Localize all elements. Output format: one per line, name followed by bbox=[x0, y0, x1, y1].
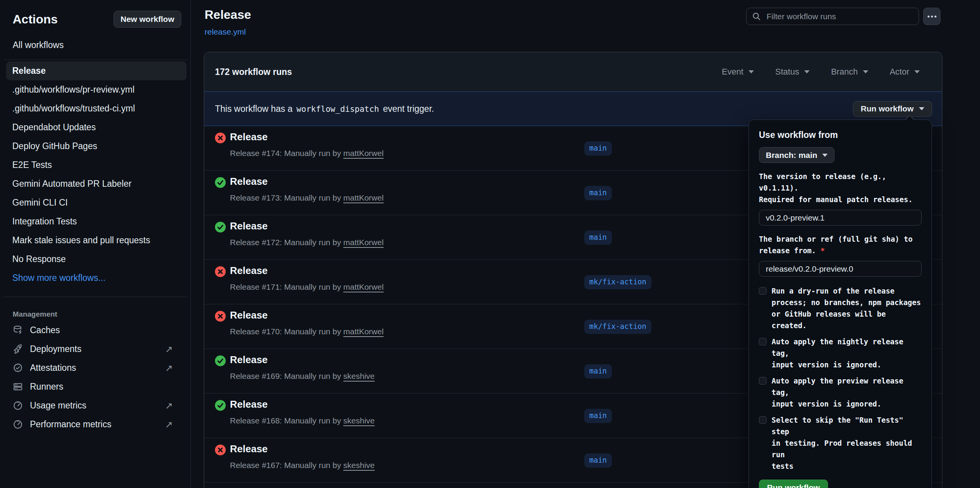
run-workflow-submit-button[interactable]: Run workflow bbox=[759, 480, 828, 488]
branch-badge[interactable]: main bbox=[584, 364, 612, 378]
filter-label: Actor bbox=[890, 67, 909, 77]
checkbox[interactable] bbox=[759, 338, 767, 345]
actor-link[interactable]: mattKorwel bbox=[343, 327, 383, 336]
sidebar-workflow-item[interactable]: Gemini Automated PR Labeler bbox=[6, 174, 187, 193]
workflow-options-kebab-button[interactable] bbox=[923, 8, 940, 25]
runs-filters: EventStatusBranchActor bbox=[722, 67, 920, 77]
management-item-runners[interactable]: Runners bbox=[0, 377, 190, 396]
sidebar-header: Actions New workflow bbox=[0, 0, 190, 28]
attestation-icon bbox=[13, 363, 23, 373]
filter-workflow-runs-input[interactable] bbox=[746, 8, 919, 25]
branch-badge[interactable]: mk/fix-action bbox=[584, 275, 651, 289]
runs-count: 172 workflow runs bbox=[215, 67, 292, 77]
required-asterisk: * bbox=[820, 246, 825, 255]
management-item-deployments[interactable]: Deployments↗ bbox=[0, 340, 190, 359]
search-icon bbox=[752, 12, 761, 21]
filter-dropdown-status[interactable]: Status bbox=[775, 67, 810, 77]
filter-label: Branch bbox=[831, 67, 858, 77]
run-workflow-panel: Use workflow from Branch: main The versi… bbox=[749, 120, 932, 488]
management-item-caches[interactable]: Caches bbox=[0, 321, 190, 340]
cache-icon bbox=[13, 325, 23, 335]
rocket-icon bbox=[13, 344, 23, 354]
workflow-file-link[interactable]: release.yml bbox=[205, 27, 246, 37]
new-workflow-button[interactable]: New workflow bbox=[114, 11, 181, 28]
meter-icon bbox=[13, 400, 23, 411]
checkbox[interactable] bbox=[759, 377, 767, 385]
actor-link[interactable]: skeshive bbox=[343, 461, 375, 470]
management-item-label: Runners bbox=[30, 382, 63, 392]
success-check-icon bbox=[215, 400, 226, 411]
sidebar-item-all-workflows[interactable]: All workflows bbox=[13, 40, 190, 50]
branch-select-button[interactable]: Branch: main bbox=[759, 147, 835, 163]
sidebar-workflow-item[interactable]: E2E Tests bbox=[6, 156, 187, 174]
sidebar-workflow-item[interactable]: Gemini CLI CI bbox=[6, 193, 187, 212]
version-input[interactable] bbox=[759, 210, 922, 226]
checkbox[interactable] bbox=[759, 416, 767, 424]
actor-link[interactable]: mattKorwel bbox=[343, 238, 383, 247]
sidebar-workflow-item[interactable]: Mark stale issues and pull requests bbox=[6, 231, 187, 250]
failure-x-icon bbox=[215, 266, 226, 277]
sidebar-workflow-item[interactable]: Dependabot Updates bbox=[6, 118, 187, 137]
sidebar-workflow-item[interactable]: .github/workflows/trusted-ci.yml bbox=[6, 99, 187, 118]
github-actions-page: Actions New workflow All workflows Relea… bbox=[0, 0, 980, 488]
run-workflow-dropdown-button[interactable]: Run workflow bbox=[853, 101, 932, 117]
run-title-link[interactable]: Release bbox=[230, 354, 268, 366]
actor-link[interactable]: mattKorwel bbox=[343, 193, 383, 202]
panel-checkbox-row: Select to skip the "Run Tests" step in t… bbox=[759, 414, 922, 472]
failure-x-icon bbox=[215, 445, 226, 455]
run-description: Release #167: Manually run by skeshive bbox=[230, 461, 375, 470]
branch-badge[interactable]: main bbox=[584, 141, 612, 156]
sidebar-workflow-item[interactable]: .github/workflows/pr-review.yml bbox=[6, 80, 187, 99]
sidebar-divider bbox=[3, 60, 187, 60]
run-title-link[interactable]: Release bbox=[230, 398, 268, 410]
ref-input[interactable] bbox=[759, 261, 922, 277]
sidebar-workflow-item[interactable]: No Response bbox=[6, 250, 187, 269]
run-description: Release #174: Manually run by mattKorwel bbox=[230, 149, 383, 158]
failure-x-icon bbox=[215, 311, 226, 322]
sidebar-workflow-item[interactable]: Integration Tests bbox=[6, 212, 187, 231]
management-item-usage-metrics[interactable]: Usage metrics↗ bbox=[0, 396, 190, 415]
checkbox-label: Select to skip the "Run Tests" step in t… bbox=[772, 414, 922, 472]
checkbox-label: Auto apply the nightly release tag, inpu… bbox=[772, 336, 922, 370]
run-title-link[interactable]: Release bbox=[230, 176, 268, 188]
panel-heading: Use workflow from bbox=[759, 130, 922, 140]
actions-title: Actions bbox=[13, 12, 58, 27]
filter-dropdown-event[interactable]: Event bbox=[722, 67, 754, 77]
actions-sidebar: Actions New workflow All workflows Relea… bbox=[0, 0, 191, 488]
ref-input-label: The branch or ref (full git sha) to rele… bbox=[759, 233, 922, 256]
show-more-workflows-link[interactable]: Show more workflows... bbox=[6, 269, 187, 287]
branch-badge[interactable]: mk/fix-action bbox=[584, 320, 651, 334]
chevron-down-icon bbox=[914, 70, 920, 73]
branch-badge[interactable]: main bbox=[584, 453, 612, 468]
actor-link[interactable]: skeshive bbox=[343, 416, 375, 425]
management-section-label: Management bbox=[13, 310, 190, 319]
management-item-attestations[interactable]: Attestations↗ bbox=[0, 359, 190, 377]
run-title-link[interactable]: Release bbox=[230, 220, 268, 232]
actor-link[interactable]: mattKorwel bbox=[343, 149, 383, 158]
management-item-performance-metrics[interactable]: Performance metrics↗ bbox=[0, 415, 190, 434]
management-list: Caches Deployments↗ Attestations↗ Runner… bbox=[0, 321, 190, 434]
sidebar-workflow-item[interactable]: Deploy GitHub Pages bbox=[6, 137, 187, 156]
external-link-icon: ↗ bbox=[165, 344, 173, 355]
run-title-link[interactable]: Release bbox=[230, 265, 268, 277]
sidebar-workflow-item[interactable]: Release bbox=[6, 61, 187, 80]
management-item-label: Usage metrics bbox=[30, 400, 86, 411]
meter-icon bbox=[13, 419, 23, 430]
version-input-label: The version to release (e.g., v0.1.11). … bbox=[759, 171, 922, 205]
run-description: Release #170: Manually run by mattKorwel bbox=[230, 327, 383, 336]
filter-dropdown-branch[interactable]: Branch bbox=[831, 67, 868, 77]
run-title-link[interactable]: Release bbox=[230, 131, 268, 143]
branch-badge[interactable]: main bbox=[584, 409, 612, 423]
page-header: Release release.yml bbox=[205, 8, 251, 37]
actor-link[interactable]: skeshive bbox=[343, 372, 375, 380]
management-item-label: Caches bbox=[30, 325, 60, 335]
run-title-link[interactable]: Release bbox=[230, 443, 268, 455]
checkbox[interactable] bbox=[759, 287, 767, 295]
runs-card-header: 172 workflow runs EventStatusBranchActor bbox=[204, 52, 942, 91]
branch-badge[interactable]: main bbox=[584, 231, 612, 245]
filter-dropdown-actor[interactable]: Actor bbox=[890, 67, 920, 77]
run-title-link[interactable]: Release bbox=[230, 309, 268, 321]
branch-badge[interactable]: main bbox=[584, 186, 612, 200]
actor-link[interactable]: mattKorwel bbox=[343, 282, 383, 291]
run-description: Release #169: Manually run by skeshive bbox=[230, 372, 375, 381]
